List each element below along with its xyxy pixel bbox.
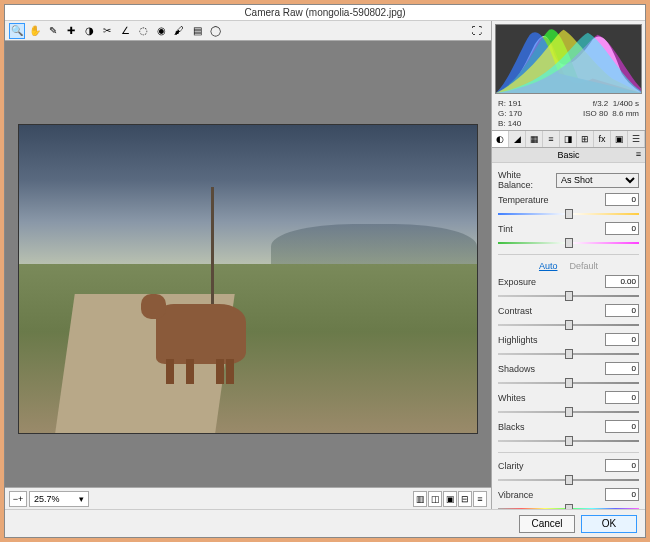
crop-tool[interactable]: ✂ <box>99 23 115 39</box>
rgb-b: 140 <box>508 119 521 128</box>
tint-input[interactable] <box>605 222 639 235</box>
whites-slider[interactable] <box>498 407 639 417</box>
main-area: 🔍 ✋ ✎ ✚ ◑ ✂ ∠ ◌ ◉ 🖌 ▤ ◯ ⛶ <box>5 21 645 509</box>
highlights-label: Highlights <box>498 335 601 345</box>
ok-button[interactable]: OK <box>581 515 637 533</box>
shadows-label: Shadows <box>498 364 601 374</box>
contrast-label: Contrast <box>498 306 601 316</box>
tint-label: Tint <box>498 224 601 234</box>
highlights-input[interactable] <box>605 333 639 346</box>
temperature-slider[interactable] <box>498 209 639 219</box>
panel-menu-icon[interactable]: ≡ <box>636 149 641 159</box>
preview-viewport[interactable] <box>5 41 491 487</box>
window-title: Camera Raw (mongolia-590802.jpg) <box>244 7 405 18</box>
exposure-input[interactable] <box>605 275 639 288</box>
tint-slider[interactable] <box>498 238 639 248</box>
readout: R: 191 G: 170 B: 140 f/3.2 1/400 s ISO 8… <box>492 97 645 130</box>
temperature-label: Temperature <box>498 195 601 205</box>
blacks-input[interactable] <box>605 420 639 433</box>
wb-label: White Balance: <box>498 170 552 190</box>
adjustment-brush[interactable]: 🖌 <box>171 23 187 39</box>
copy-settings-icon[interactable]: ⊟ <box>458 491 472 507</box>
iso: ISO 80 <box>583 109 608 118</box>
clarity-slider[interactable] <box>498 475 639 485</box>
toggle-icon[interactable]: ≡ <box>473 491 487 507</box>
exposure-label: Exposure <box>498 277 601 287</box>
tab-effects[interactable]: fx <box>594 131 611 147</box>
zoom-level-dropdown[interactable]: 25.7%▾ <box>29 491 89 507</box>
auto-link[interactable]: Auto <box>539 261 558 271</box>
clarity-input[interactable] <box>605 459 639 472</box>
whites-input[interactable] <box>605 391 639 404</box>
red-eye[interactable]: ◉ <box>153 23 169 39</box>
vibrance-label: Vibrance <box>498 490 601 500</box>
white-balance-select[interactable]: As Shot <box>556 173 639 188</box>
status-bar: −+ 25.7%▾ ▥ ◫ ▣ ⊟ ≡ <box>5 487 491 509</box>
shadows-slider[interactable] <box>498 378 639 388</box>
contrast-slider[interactable] <box>498 320 639 330</box>
zoom-tool[interactable]: 🔍 <box>9 23 25 39</box>
swap-icon[interactable]: ▣ <box>443 491 457 507</box>
tab-lens[interactable]: ⊞ <box>577 131 594 147</box>
straighten-tool[interactable]: ∠ <box>117 23 133 39</box>
default-link[interactable]: Default <box>569 261 598 271</box>
hand-tool[interactable]: ✋ <box>27 23 43 39</box>
filmstrip-orientation-icon[interactable]: ▥ <box>413 491 427 507</box>
cancel-button[interactable]: Cancel <box>519 515 575 533</box>
tab-presets[interactable]: ☰ <box>628 131 645 147</box>
tab-hsl[interactable]: ≡ <box>543 131 560 147</box>
highlights-slider[interactable] <box>498 349 639 359</box>
tab-split-toning[interactable]: ◨ <box>560 131 577 147</box>
before-after-icon[interactable]: ◫ <box>428 491 442 507</box>
shutter: 1/400 s <box>613 99 639 108</box>
temperature-input[interactable] <box>605 193 639 206</box>
tab-detail[interactable]: ▦ <box>526 131 543 147</box>
histogram[interactable] <box>495 24 642 94</box>
left-panel: 🔍 ✋ ✎ ✚ ◑ ✂ ∠ ◌ ◉ 🖌 ▤ ◯ ⛶ <box>5 21 491 509</box>
basic-panel: White Balance: As Shot Temperature Tint … <box>492 163 645 509</box>
focal: 8.6 mm <box>612 109 639 118</box>
fullscreen-toggle[interactable]: ⛶ <box>469 23 485 39</box>
eyedropper-white-balance[interactable]: ✎ <box>45 23 61 39</box>
clarity-label: Clarity <box>498 461 601 471</box>
zoom-out-icon[interactable]: −+ <box>9 491 27 507</box>
aperture: f/3.2 <box>593 99 609 108</box>
right-panel: R: 191 G: 170 B: 140 f/3.2 1/400 s ISO 8… <box>491 21 645 509</box>
color-sampler[interactable]: ✚ <box>63 23 79 39</box>
exposure-slider[interactable] <box>498 291 639 301</box>
tab-basic[interactable]: ◐ <box>492 131 509 147</box>
blacks-slider[interactable] <box>498 436 639 446</box>
panel-tabs: ◐ ◢ ▦ ≡ ◨ ⊞ fx ▣ ☰ <box>492 130 645 148</box>
tab-calibration[interactable]: ▣ <box>611 131 628 147</box>
tab-tone-curve[interactable]: ◢ <box>509 131 526 147</box>
whites-label: Whites <box>498 393 601 403</box>
spot-removal[interactable]: ◌ <box>135 23 151 39</box>
radial-filter[interactable]: ◯ <box>207 23 223 39</box>
title-bar: Camera Raw (mongolia-590802.jpg) <box>5 5 645 21</box>
rgb-g: 170 <box>509 109 522 118</box>
blacks-label: Blacks <box>498 422 601 432</box>
contrast-input[interactable] <box>605 304 639 317</box>
targeted-adjustment[interactable]: ◑ <box>81 23 97 39</box>
camera-raw-window: Camera Raw (mongolia-590802.jpg) 🔍 ✋ ✎ ✚… <box>4 4 646 538</box>
vibrance-slider[interactable] <box>498 504 639 509</box>
shadows-input[interactable] <box>605 362 639 375</box>
rgb-r: 191 <box>508 99 521 108</box>
toolbar: 🔍 ✋ ✎ ✚ ◑ ✂ ∠ ◌ ◉ 🖌 ▤ ◯ ⛶ <box>5 21 491 41</box>
panel-title: Basic ≡ <box>492 148 645 163</box>
vibrance-input[interactable] <box>605 488 639 501</box>
graduated-filter[interactable]: ▤ <box>189 23 205 39</box>
image-preview <box>18 124 478 434</box>
footer: Cancel OK <box>5 509 645 537</box>
